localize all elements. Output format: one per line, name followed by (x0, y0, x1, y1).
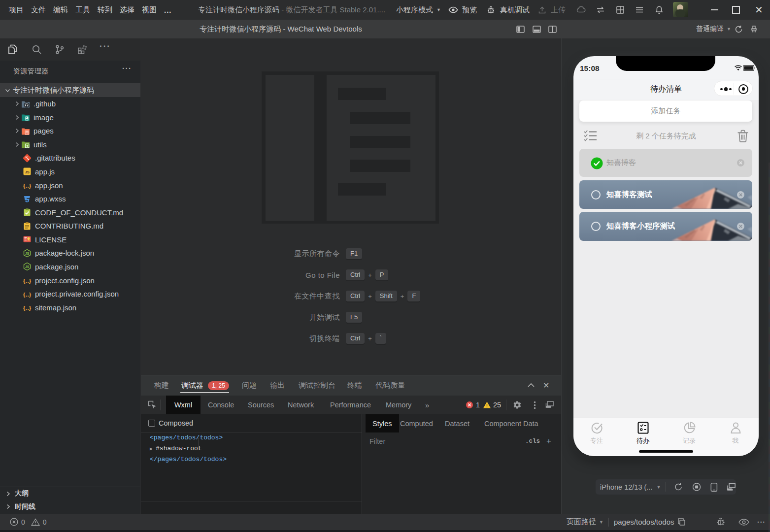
svg-text:JS: JS (25, 265, 30, 268)
svg-text:{‥}: {‥} (23, 183, 32, 189)
svg-text:{‥}: {‥} (23, 278, 32, 284)
svg-text:JS: JS (25, 252, 30, 255)
svg-text:{‥}: {‥} (23, 305, 32, 311)
svg-text:JS: JS (25, 170, 30, 174)
svg-text:{‥}: {‥} (23, 291, 32, 297)
